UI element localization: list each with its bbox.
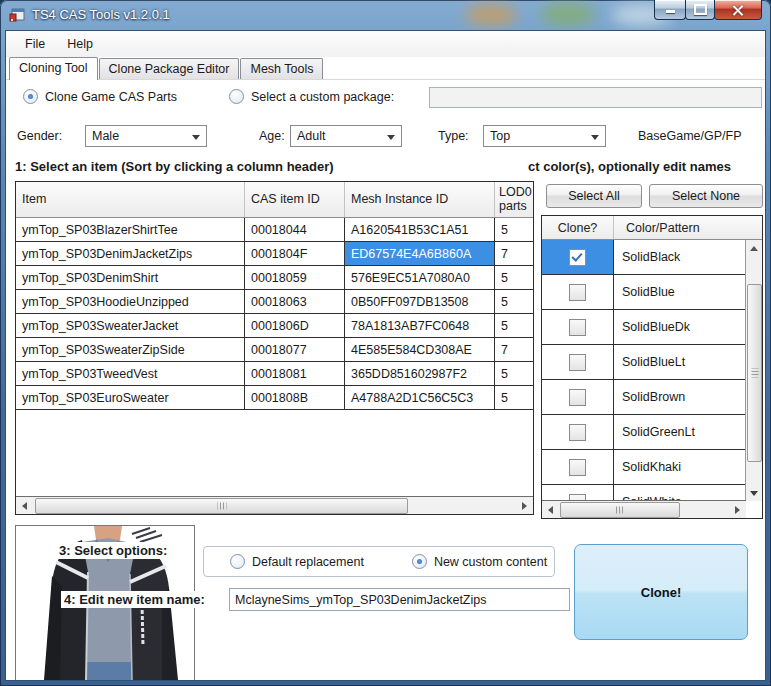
lod0-cell[interactable]: 5: [495, 362, 533, 385]
item-name-cell[interactable]: ymTop_SP03SweaterJacket: [16, 314, 245, 337]
color-name-cell[interactable]: SolidGreenLt: [614, 415, 746, 449]
item-name-cell[interactable]: ymTop_SP03BlazerShirtTee: [16, 218, 245, 241]
color-row[interactable]: SolidGreenLt: [542, 415, 746, 450]
color-row[interactable]: SolidKhaki: [542, 450, 746, 485]
color-row[interactable]: SolidWhite: [542, 485, 746, 501]
lod0-cell[interactable]: 5: [495, 386, 533, 409]
tab-mesh-tools[interactable]: Mesh Tools: [240, 58, 323, 79]
clone-checkbox[interactable]: [569, 319, 586, 336]
table-row[interactable]: ymTop_SP03DenimShirt 00018059 576E9EC51A…: [16, 266, 533, 290]
title-bar[interactable]: TS4 CAS Tools v1.2.0.1: [0, 0, 771, 30]
mesh-id-cell[interactable]: 576E9EC51A7080A0: [345, 266, 495, 289]
clone-button[interactable]: Clone!: [574, 544, 748, 640]
scroll-left-button[interactable]: [16, 497, 33, 514]
cas-id-cell[interactable]: 0001806D: [245, 314, 345, 337]
mesh-id-cell[interactable]: A4788A2D1C56C5C3: [345, 386, 495, 409]
type-select[interactable]: Top: [483, 125, 606, 147]
menu-file[interactable]: File: [14, 33, 56, 55]
color-row[interactable]: SolidBrown: [542, 380, 746, 415]
color-row[interactable]: SolidBlue: [542, 275, 746, 310]
mesh-id-cell[interactable]: 0B50FF097DB13508: [345, 290, 495, 313]
clone-checkbox-cell[interactable]: [542, 380, 614, 414]
column-header-lod0[interactable]: LOD0 parts: [495, 182, 533, 217]
age-select[interactable]: Adult: [290, 125, 402, 147]
items-horizontal-scrollbar[interactable]: [16, 496, 533, 514]
clone-checkbox-cell[interactable]: [542, 240, 614, 274]
table-row[interactable]: ymTop_SP03SweaterJacket 0001806D 78A1813…: [16, 314, 533, 338]
item-name-cell[interactable]: ymTop_SP03SweaterZipSide: [16, 338, 245, 361]
custom-package-input[interactable]: [429, 87, 762, 108]
scroll-right-button[interactable]: [729, 501, 746, 518]
mesh-id-cell[interactable]: 365DD851602987F2: [345, 362, 495, 385]
clone-checkbox-cell[interactable]: [542, 345, 614, 379]
clone-game-radio[interactable]: Clone Game CAS Parts: [23, 89, 177, 104]
column-header-cas-id[interactable]: CAS item ID: [245, 182, 345, 217]
cas-id-cell[interactable]: 00018081: [245, 362, 345, 385]
clone-checkbox[interactable]: [569, 389, 586, 406]
color-name-cell[interactable]: SolidBlue: [614, 275, 746, 309]
color-name-cell[interactable]: SolidBlueDk: [614, 310, 746, 344]
lod0-cell[interactable]: 5: [495, 290, 533, 313]
table-row[interactable]: ymTop_SP03HoodieUnzipped 00018063 0B50FF…: [16, 290, 533, 314]
gender-select[interactable]: Male: [85, 125, 207, 147]
clone-checkbox[interactable]: [569, 424, 586, 441]
item-name-cell[interactable]: ymTop_SP03TweedVest: [16, 362, 245, 385]
lod0-cell[interactable]: 7: [495, 338, 533, 361]
minimize-button[interactable]: [654, 0, 686, 20]
lod0-cell[interactable]: 5: [495, 314, 533, 337]
scroll-left-button[interactable]: [542, 501, 559, 518]
column-header-item[interactable]: Item: [16, 182, 245, 217]
mesh-id-cell[interactable]: 4E585E584CD308AE: [345, 338, 495, 361]
column-header-mesh-id[interactable]: Mesh Instance ID: [345, 182, 495, 217]
cas-id-cell[interactable]: 00018044: [245, 218, 345, 241]
menu-help[interactable]: Help: [56, 33, 104, 55]
color-row[interactable]: SolidBlueDk: [542, 310, 746, 345]
lod0-cell[interactable]: 7: [495, 242, 533, 265]
colors-horizontal-scrollbar[interactable]: [542, 500, 746, 518]
cas-id-cell[interactable]: 0001804F: [245, 242, 345, 265]
clone-checkbox[interactable]: [569, 249, 586, 266]
custom-package-radio[interactable]: Select a custom package:: [229, 89, 394, 104]
table-row-selected[interactable]: ymTop_SP03DenimJacketZips 0001804F ED675…: [16, 242, 533, 266]
select-none-button[interactable]: Select None: [649, 184, 763, 208]
scroll-right-button[interactable]: [516, 497, 533, 514]
maximize-button[interactable]: [685, 0, 715, 20]
cas-id-cell[interactable]: 00018063: [245, 290, 345, 313]
column-header-color-pattern[interactable]: Color/Pattern: [614, 216, 746, 239]
table-row[interactable]: ymTop_SP03EuroSweater 0001808B A4788A2D1…: [16, 386, 533, 410]
clone-checkbox-cell[interactable]: [542, 485, 614, 501]
color-name-cell[interactable]: SolidWhite: [614, 485, 746, 501]
color-name-cell[interactable]: SolidKhaki: [614, 450, 746, 484]
scrollbar-thumb[interactable]: [35, 498, 408, 514]
color-name-cell[interactable]: SolidBrown: [614, 380, 746, 414]
scroll-down-button[interactable]: [746, 485, 762, 501]
clone-checkbox[interactable]: [569, 354, 586, 371]
scrollbar-thumb[interactable]: [560, 502, 680, 518]
scroll-up-button[interactable]: [746, 240, 762, 256]
lod0-cell[interactable]: 5: [495, 218, 533, 241]
new-custom-content-radio[interactable]: New custom content: [412, 554, 547, 569]
table-row[interactable]: ymTop_SP03TweedVest 00018081 365DD851602…: [16, 362, 533, 386]
table-row[interactable]: ymTop_SP03BlazerShirtTee 00018044 A16205…: [16, 218, 533, 242]
mesh-id-cell[interactable]: 78A1813AB7FC0648: [345, 314, 495, 337]
clone-checkbox-cell[interactable]: [542, 310, 614, 344]
close-button[interactable]: [714, 0, 762, 20]
table-row[interactable]: ymTop_SP03SweaterZipSide 00018077 4E585E…: [16, 338, 533, 362]
column-header-clone[interactable]: Clone?: [542, 216, 614, 239]
color-row[interactable]: SolidBlueLt: [542, 345, 746, 380]
color-name-cell[interactable]: SolidBlueLt: [614, 345, 746, 379]
clone-checkbox[interactable]: [569, 459, 586, 476]
clone-checkbox[interactable]: [569, 284, 586, 301]
mesh-id-cell-selected[interactable]: ED67574E4A6B860A: [345, 242, 495, 265]
item-name-cell[interactable]: ymTop_SP03HoodieUnzipped: [16, 290, 245, 313]
item-name-cell[interactable]: ymTop_SP03EuroSweater: [16, 386, 245, 409]
clone-checkbox-cell[interactable]: [542, 450, 614, 484]
tab-cloning-tool[interactable]: Cloning Tool: [9, 57, 98, 80]
mesh-id-cell[interactable]: A1620541B53C1A51: [345, 218, 495, 241]
lod0-cell[interactable]: 5: [495, 266, 533, 289]
new-item-name-input[interactable]: [229, 588, 570, 611]
scrollbar-thumb[interactable]: [747, 284, 762, 462]
select-all-button[interactable]: Select All: [546, 184, 642, 208]
color-name-cell[interactable]: SolidBlack: [614, 240, 746, 274]
default-replacement-radio[interactable]: Default replacement: [230, 554, 364, 569]
